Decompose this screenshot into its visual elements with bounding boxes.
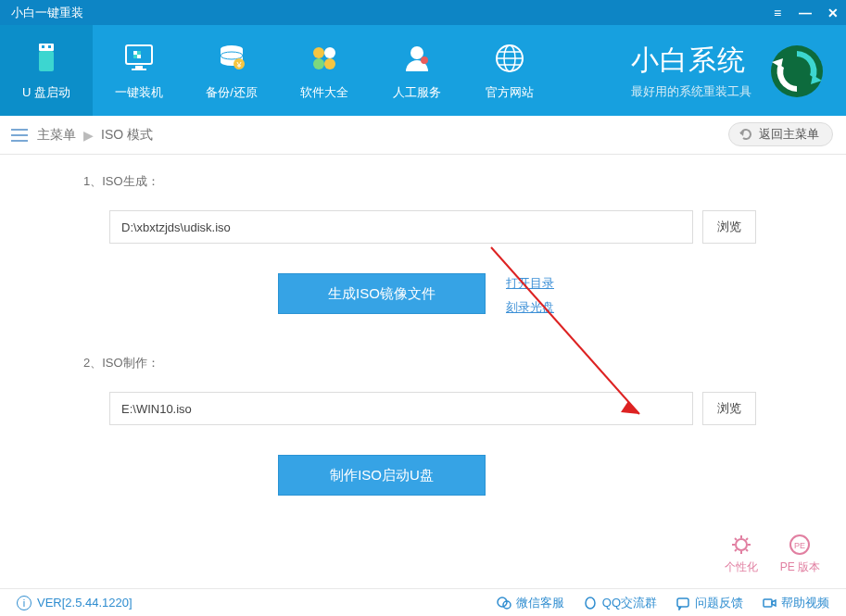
svg-point-16 (324, 47, 335, 58)
status-left: i VER[2.5.44.1220] (17, 596, 133, 610)
window-controls: ≡ — ✕ (770, 0, 840, 25)
nav-website[interactable]: 官方网站 (463, 25, 556, 116)
annotation-arrow (482, 238, 658, 433)
brand-subtitle: 最好用的系统重装工具 (631, 83, 751, 100)
svg-line-38 (746, 549, 748, 551)
main-content: 1、ISO生成： 浏览 生成ISO镜像文件 打开目录 刻录光盘 2、ISO制作：… (0, 155, 846, 496)
nav-support[interactable]: 人工服务 (371, 25, 463, 116)
chevron-right-icon: ▶ (83, 128, 94, 143)
feedback-label: 问题反馈 (695, 595, 743, 611)
nav-label: U 盘启动 (22, 84, 70, 101)
section2-action-row: 制作ISO启动U盘 (278, 455, 763, 496)
svg-rect-9 (133, 55, 137, 58)
breadcrumb-bar: 主菜单 ▶ ISO 模式 返回主菜单 (0, 116, 846, 155)
svg-rect-6 (132, 69, 146, 70)
wechat-label: 微信客服 (516, 595, 564, 611)
svg-point-19 (410, 46, 423, 59)
undo-icon (737, 126, 753, 143)
status-right: 微信客服 QQ交流群 问题反馈 帮助视频 (497, 595, 829, 611)
breadcrumb-current: ISO 模式 (101, 127, 153, 144)
info-icon: i (17, 596, 32, 610)
nav-label: 官方网站 (486, 84, 534, 101)
browse-button-2[interactable]: 浏览 (702, 392, 756, 425)
nav-software[interactable]: 软件大全 (278, 25, 371, 116)
browse-button-1[interactable]: 浏览 (702, 210, 756, 244)
nav-usb-boot[interactable]: U 盘启动 (0, 25, 93, 116)
back-button-label: 返回主菜单 (759, 126, 819, 143)
pe-version-button[interactable]: PE PE 版本 (780, 534, 820, 575)
nav-label: 人工服务 (393, 84, 441, 101)
feedback-link[interactable]: 问题反馈 (676, 595, 743, 611)
usb-icon (28, 40, 65, 77)
generate-iso-button[interactable]: 生成ISO镜像文件 (278, 273, 486, 314)
bottom-icon-row: 个性化 PE PE 版本 (725, 534, 820, 575)
svg-line-40 (735, 549, 737, 551)
database-icon: ¥ (213, 40, 250, 77)
app-title: 小白一键重装 (11, 5, 83, 21)
personalize-label: 个性化 (725, 559, 758, 575)
section1-label: 1、ISO生成： (83, 173, 763, 190)
svg-line-37 (735, 538, 737, 540)
close-button[interactable]: ✕ (826, 6, 840, 20)
pe-version-label: PE 版本 (780, 559, 820, 575)
wechat-support-link[interactable]: 微信客服 (497, 595, 564, 611)
svg-point-18 (324, 58, 335, 69)
top-nav: U 盘启动 一键装机 ¥ 备份/还原 软件大全 人工服务 官方网站 小白系统 最… (0, 25, 846, 116)
svg-rect-47 (764, 599, 772, 607)
brand-title: 小白系统 (631, 42, 751, 80)
personalize-button[interactable]: 个性化 (725, 534, 758, 575)
svg-rect-1 (39, 51, 54, 71)
svg-rect-3 (48, 45, 51, 48)
svg-point-32 (736, 539, 747, 550)
nav-label: 备份/还原 (206, 84, 258, 101)
svg-line-39 (746, 538, 748, 540)
support-icon (398, 40, 436, 77)
svg-point-17 (313, 58, 324, 69)
svg-line-30 (491, 247, 639, 414)
svg-rect-10 (137, 55, 141, 58)
svg-rect-46 (677, 598, 688, 607)
svg-rect-8 (137, 51, 141, 55)
svg-point-20 (421, 57, 428, 64)
back-to-main-button[interactable]: 返回主菜单 (728, 122, 833, 146)
section2-label: 2、ISO制作： (83, 355, 763, 371)
svg-rect-7 (133, 51, 137, 55)
svg-rect-0 (39, 44, 54, 51)
svg-rect-2 (42, 45, 44, 48)
monitor-icon (120, 40, 158, 77)
svg-text:PE: PE (794, 541, 805, 550)
nav-label: 软件大全 (300, 84, 348, 101)
status-bar: i VER[2.5.44.1220] 微信客服 QQ交流群 问题反馈 帮助视频 (0, 588, 846, 616)
nav-backup-restore[interactable]: ¥ 备份/还原 (185, 25, 278, 116)
brand-area: 小白系统 最好用的系统重装工具 (631, 42, 829, 100)
iso-generate-section: 1、ISO生成： 浏览 生成ISO镜像文件 打开目录 刻录光盘 (83, 173, 763, 316)
svg-point-45 (586, 597, 595, 609)
section2-input-row: 浏览 (109, 392, 763, 425)
section1-input-row: 浏览 (109, 210, 763, 244)
nav-one-key-install[interactable]: 一键装机 (93, 25, 185, 116)
apps-icon (306, 40, 343, 77)
globe-icon (491, 40, 528, 77)
brand-text: 小白系统 最好用的系统重装工具 (631, 42, 751, 100)
svg-rect-5 (135, 66, 143, 69)
nav-label: 一键装机 (115, 84, 163, 101)
make-iso-usb-button[interactable]: 制作ISO启动U盘 (278, 455, 486, 496)
help-label: 帮助视频 (781, 595, 829, 611)
hamburger-icon[interactable] (11, 129, 28, 142)
titlebar: 小白一键重装 ≡ — ✕ (0, 0, 846, 25)
iso-make-section: 2、ISO制作： 浏览 制作ISO启动U盘 (83, 355, 763, 496)
minimize-button[interactable]: — (798, 6, 813, 20)
qq-label: QQ交流群 (602, 595, 657, 611)
menu-icon[interactable]: ≡ (770, 6, 785, 20)
version-label: VER[2.5.44.1220] (37, 596, 133, 610)
svg-point-15 (313, 47, 324, 58)
brand-logo-icon (764, 44, 829, 99)
breadcrumb-root[interactable]: 主菜单 (37, 127, 76, 144)
qq-group-link[interactable]: QQ交流群 (583, 595, 657, 611)
help-video-link[interactable]: 帮助视频 (762, 595, 829, 611)
svg-text:¥: ¥ (235, 60, 242, 69)
svg-marker-48 (772, 600, 776, 606)
